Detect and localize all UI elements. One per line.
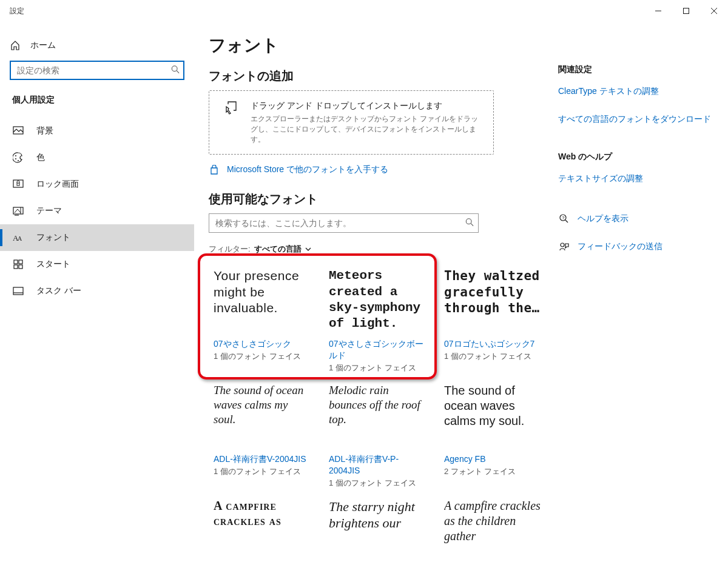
- sidebar-section-label: 個人用設定: [0, 89, 194, 112]
- font-sample: A campfire crackles as: [214, 498, 312, 565]
- related-panel: 関連設定 ClearType テキストの調整 すべての言語のフォントをダウンロー…: [558, 34, 728, 565]
- sidebar-item-label: スタート: [36, 259, 70, 270]
- svg-line-22: [471, 224, 473, 226]
- svg-rect-19: [13, 287, 23, 295]
- minimize-button[interactable]: [644, 1, 672, 21]
- font-card[interactable]: The starry night brightens our: [324, 491, 432, 565]
- font-name: 07やさしさゴシックボールド: [329, 338, 427, 361]
- font-sample: They waltzed gracefully through the…: [444, 268, 542, 335]
- font-card[interactable]: A campfire crackles as the children gath…: [439, 491, 547, 565]
- ms-store-link-label: Microsoft Store で他のフォントを入手する: [227, 164, 388, 175]
- font-sample: Melodic rain bounces off the roof top.: [329, 383, 427, 450]
- font-name: 07やさしさゴシック: [214, 338, 312, 350]
- filter-value: すべての言語: [254, 244, 302, 255]
- search-icon: [171, 65, 180, 76]
- font-sample: Meteors created a sky-symphony of light.: [329, 268, 427, 335]
- svg-rect-16: [19, 260, 22, 264]
- feedback-link[interactable]: フィードバックの送信: [558, 239, 716, 255]
- font-card[interactable]: The sound of ocean waves calms my soul.A…: [209, 376, 317, 491]
- font-search-input[interactable]: [209, 213, 479, 233]
- content: フォント フォントの追加 ドラッグ アンド ドロップしてインストールします エク…: [194, 34, 558, 565]
- font-faces: 1 個のフォント フェイス: [214, 351, 312, 362]
- font-name: Agency FB: [444, 453, 542, 465]
- font-card[interactable]: The sound of ocean waves calms my soul.A…: [439, 376, 547, 491]
- font-card[interactable]: Your presence might be invaluable.07やさしさ…: [209, 261, 317, 376]
- ms-store-link[interactable]: Microsoft Store で他のフォントを入手する: [209, 164, 388, 175]
- svg-rect-17: [14, 265, 18, 269]
- maximize-button[interactable]: [672, 1, 700, 21]
- download-all-fonts-link[interactable]: すべての言語のフォントをダウンロード: [558, 112, 716, 127]
- sidebar-item-label: フォント: [36, 232, 70, 243]
- svg-rect-12: [13, 207, 23, 214]
- start-icon: [12, 258, 24, 270]
- sidebar-home[interactable]: ホーム: [0, 34, 194, 57]
- text-size-link[interactable]: テキストサイズの調整: [558, 171, 716, 187]
- dropzone-desc: エクスプローラーまたはデスクトップからフォント ファイルをドラッグし、ここにドロ…: [251, 114, 480, 144]
- fonts-icon: AA: [12, 232, 24, 244]
- sidebar-item-themes[interactable]: テーマ: [0, 198, 194, 224]
- web-help-header: Web のヘルプ: [558, 152, 716, 162]
- font-name: ADL-祥南行書V-2004JIS: [214, 453, 312, 465]
- cleartype-link[interactable]: ClearType テキストの調整: [558, 84, 716, 99]
- font-faces: 1 個のフォント フェイス: [329, 363, 427, 373]
- settings-search-input[interactable]: [10, 61, 184, 80]
- sidebar-item-label: テーマ: [36, 206, 62, 216]
- font-card[interactable]: They waltzed gracefully through the…07ロゴ…: [439, 261, 547, 376]
- colors-icon: [12, 152, 24, 164]
- taskbar-icon: [12, 285, 24, 297]
- sidebar-item-start[interactable]: スタート: [0, 251, 194, 278]
- feedback-label: フィードバックの送信: [578, 241, 662, 251]
- filter-label: フィルター:: [209, 244, 251, 255]
- titlebar: 設定: [0, 0, 728, 22]
- sidebar-item-taskbar[interactable]: タスク バー: [0, 278, 194, 304]
- sidebar-item-fonts[interactable]: AAフォント: [0, 224, 194, 251]
- font-sample: Your presence might be invaluable.: [214, 268, 312, 335]
- sidebar-item-background[interactable]: 背景: [0, 118, 194, 144]
- get-help-link[interactable]: ? ヘルプを表示: [558, 211, 716, 227]
- font-card[interactable]: A campfire crackles as: [209, 491, 317, 565]
- svg-point-7: [15, 155, 16, 156]
- sidebar-item-lockscreen[interactable]: ロック画面: [0, 171, 194, 198]
- svg-rect-10: [13, 180, 23, 187]
- help-icon: ?: [558, 213, 570, 225]
- add-fonts-heading: フォントの追加: [209, 68, 546, 84]
- available-fonts-heading: 使用可能なフォント: [209, 191, 546, 207]
- font-faces: 2 フォント フェイス: [444, 466, 542, 477]
- svg-point-4: [172, 66, 177, 72]
- svg-point-21: [466, 219, 471, 224]
- font-card[interactable]: Melodic rain bounces off the roof top.AD…: [324, 376, 432, 491]
- font-faces: 1 個のフォント フェイス: [444, 351, 542, 362]
- sidebar-item-label: 色: [36, 152, 45, 163]
- svg-point-25: [561, 243, 564, 247]
- font-name: ADL-祥南行書V-P-2004JIS: [329, 453, 427, 476]
- svg-rect-15: [14, 260, 18, 264]
- filter-dropdown[interactable]: フィルター: すべての言語: [209, 244, 546, 255]
- font-sample: The starry night brightens our: [329, 498, 427, 565]
- font-faces: 1 個のフォント フェイス: [214, 466, 312, 477]
- background-icon: [12, 125, 24, 137]
- sidebar-item-label: 背景: [36, 125, 53, 136]
- sidebar-item-label: ロック画面: [36, 179, 79, 190]
- close-button[interactable]: [700, 1, 728, 21]
- font-sample: The sound of ocean waves calms my soul.: [444, 383, 542, 450]
- feedback-icon: [558, 241, 570, 253]
- home-icon: [10, 40, 21, 51]
- svg-point-9: [18, 160, 19, 161]
- drag-drop-icon: [223, 101, 240, 118]
- themes-icon: [12, 205, 24, 217]
- svg-point-8: [15, 158, 16, 159]
- sidebar-home-label: ホーム: [30, 40, 56, 51]
- get-help-label: ヘルプを表示: [578, 213, 629, 223]
- shopping-bag-icon: [209, 164, 220, 175]
- svg-text:A: A: [18, 235, 22, 242]
- window-title: 設定: [10, 6, 24, 16]
- font-card[interactable]: Meteors created a sky-symphony of light.…: [324, 261, 432, 376]
- sidebar-item-label: タスク バー: [36, 286, 81, 296]
- font-faces: 1 個のフォント フェイス: [329, 478, 427, 489]
- font-sample: The sound of ocean waves calms my soul.: [214, 383, 312, 450]
- svg-rect-1: [684, 8, 689, 14]
- sidebar-item-colors[interactable]: 色: [0, 144, 194, 171]
- font-sample: A campfire crackles as the children gath…: [444, 498, 542, 565]
- font-name: 07ロゴたいぷゴシック7: [444, 338, 542, 350]
- font-dropzone[interactable]: ドラッグ アンド ドロップしてインストールします エクスプローラーまたはデスクト…: [209, 90, 494, 155]
